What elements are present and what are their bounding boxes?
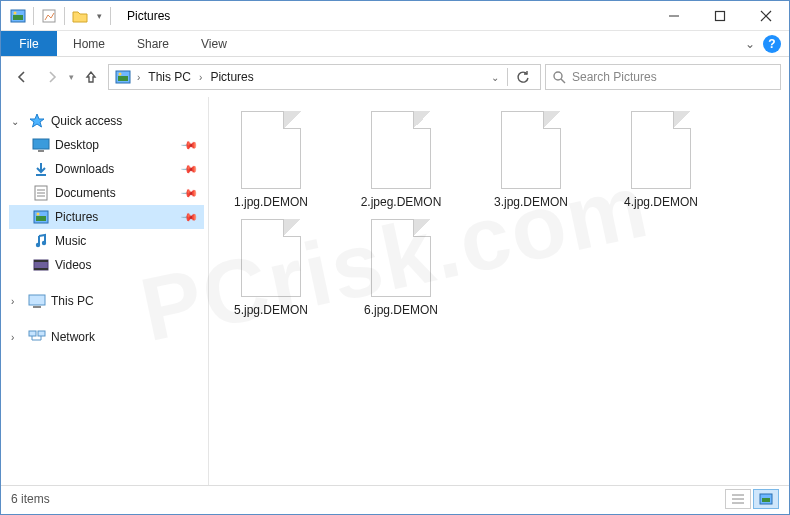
chevron-right-icon[interactable]: ›: [135, 72, 142, 83]
sidebar-item-desktop[interactable]: Desktop 📌: [9, 133, 204, 157]
search-box[interactable]: [545, 64, 781, 90]
help-icon[interactable]: ?: [763, 35, 781, 53]
svg-point-11: [554, 72, 562, 80]
address-dropdown-icon[interactable]: ⌄: [485, 72, 505, 83]
music-icon: [31, 233, 51, 249]
sidebar-item-music[interactable]: Music: [9, 229, 204, 253]
maximize-button[interactable]: [697, 1, 743, 31]
chevron-right-icon[interactable]: ›: [11, 332, 23, 343]
file-icon: [239, 109, 303, 191]
svg-rect-1: [13, 15, 23, 20]
minimize-button[interactable]: [651, 1, 697, 31]
file-item[interactable]: 4.jpg.DEMON: [607, 109, 715, 209]
chevron-down-icon[interactable]: ⌄: [11, 116, 23, 127]
file-name: 3.jpg.DEMON: [494, 195, 568, 209]
pin-icon: 📌: [179, 207, 198, 226]
window-title: Pictures: [119, 9, 170, 23]
breadcrumb-this-pc[interactable]: This PC: [144, 70, 195, 84]
sidebar-label: Network: [51, 330, 95, 344]
file-list[interactable]: 1.jpg.DEMON 2.jpeg.DEMON 3.jpg.DEMON 4.j…: [209, 97, 789, 485]
sidebar-item-label: Desktop: [55, 138, 99, 152]
qat-properties-icon[interactable]: [38, 5, 60, 27]
qat-folder-icon[interactable]: [69, 5, 91, 27]
app-icon: [7, 5, 29, 27]
file-item[interactable]: 1.jpg.DEMON: [217, 109, 325, 209]
svg-rect-31: [38, 331, 45, 336]
file-name: 2.jpeg.DEMON: [361, 195, 442, 209]
svg-rect-14: [38, 150, 44, 152]
sidebar-item-videos[interactable]: Videos: [9, 253, 204, 277]
sidebar-network[interactable]: › Network: [9, 325, 204, 349]
sidebar-item-downloads[interactable]: Downloads 📌: [9, 157, 204, 181]
svg-rect-5: [716, 11, 725, 20]
file-name: 6.jpg.DEMON: [364, 303, 438, 317]
search-icon: [552, 70, 566, 84]
svg-rect-29: [33, 306, 41, 308]
file-item[interactable]: 5.jpg.DEMON: [217, 217, 325, 317]
up-button[interactable]: [78, 64, 104, 90]
file-menu[interactable]: File: [1, 31, 57, 56]
sidebar-item-label: Documents: [55, 186, 116, 200]
ribbon-tab-share[interactable]: Share: [121, 31, 185, 56]
nav-bar: ▾ › This PC › Pictures ⌄: [1, 57, 789, 97]
svg-point-23: [36, 243, 40, 247]
sidebar-quick-access[interactable]: ⌄ Quick access: [9, 109, 204, 133]
pin-icon: 📌: [179, 135, 198, 154]
svg-rect-27: [34, 268, 48, 270]
sidebar-item-label: Music: [55, 234, 86, 248]
breadcrumb-pictures[interactable]: Pictures: [206, 70, 257, 84]
sidebar-item-documents[interactable]: Documents 📌: [9, 181, 204, 205]
file-item[interactable]: 2.jpeg.DEMON: [347, 109, 455, 209]
ribbon-tab-home[interactable]: Home: [57, 31, 121, 56]
documents-icon: [31, 185, 51, 201]
recent-locations-icon[interactable]: ▾: [69, 72, 74, 82]
file-item[interactable]: 6.jpg.DEMON: [347, 217, 455, 317]
file-icon: [369, 217, 433, 299]
chevron-right-icon[interactable]: ›: [11, 296, 23, 307]
sidebar-label: Quick access: [51, 114, 122, 128]
file-name: 5.jpg.DEMON: [234, 303, 308, 317]
svg-rect-13: [33, 139, 49, 149]
refresh-button[interactable]: [510, 70, 536, 84]
svg-point-24: [42, 241, 46, 245]
file-name: 1.jpg.DEMON: [234, 195, 308, 209]
svg-rect-28: [29, 295, 45, 305]
details-view-button[interactable]: [725, 489, 751, 509]
file-item[interactable]: 3.jpg.DEMON: [477, 109, 585, 209]
search-input[interactable]: [572, 70, 774, 84]
svg-rect-21: [36, 216, 46, 221]
this-pc-icon: [27, 293, 47, 309]
svg-point-22: [37, 213, 40, 216]
forward-button[interactable]: [39, 64, 65, 90]
status-bar: 6 items: [1, 485, 789, 511]
ribbon: File Home Share View ⌄ ?: [1, 31, 789, 57]
desktop-icon: [31, 137, 51, 153]
ribbon-tab-view[interactable]: View: [185, 31, 243, 56]
svg-rect-39: [762, 498, 770, 502]
address-bar[interactable]: › This PC › Pictures ⌄: [108, 64, 541, 90]
svg-rect-26: [34, 260, 48, 262]
file-icon: [369, 109, 433, 191]
star-icon: [27, 113, 47, 129]
sidebar-item-label: Downloads: [55, 162, 114, 176]
sidebar-this-pc[interactable]: › This PC: [9, 289, 204, 313]
videos-icon: [31, 257, 51, 273]
pictures-location-icon: [113, 69, 133, 85]
qat-dropdown-icon[interactable]: ▾: [93, 11, 106, 21]
svg-point-2: [14, 11, 17, 14]
back-button[interactable]: [9, 64, 35, 90]
icons-view-button[interactable]: [753, 489, 779, 509]
item-count: 6 items: [11, 492, 50, 506]
sidebar-label: This PC: [51, 294, 94, 308]
svg-rect-30: [29, 331, 36, 336]
downloads-icon: [31, 161, 51, 177]
file-icon: [499, 109, 563, 191]
title-bar: ▾ Pictures: [1, 1, 789, 31]
sidebar: ⌄ Quick access Desktop 📌 Downloads 📌 Doc…: [1, 97, 209, 485]
chevron-right-icon[interactable]: ›: [197, 72, 204, 83]
close-button[interactable]: [743, 1, 789, 31]
svg-point-10: [119, 73, 122, 76]
sidebar-item-pictures[interactable]: Pictures 📌: [9, 205, 204, 229]
ribbon-expand-icon[interactable]: ⌄: [745, 37, 755, 51]
svg-rect-9: [118, 76, 128, 81]
